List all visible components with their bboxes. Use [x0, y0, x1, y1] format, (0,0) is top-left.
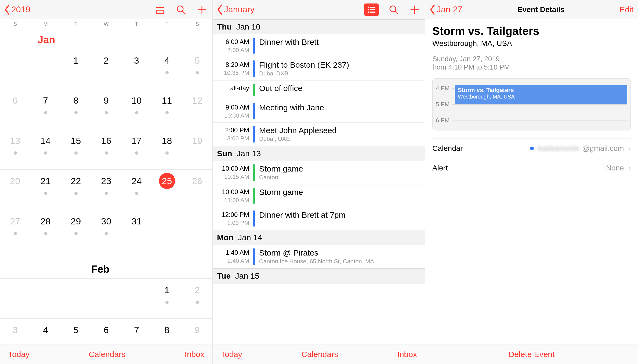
- day-number: 7: [129, 322, 145, 338]
- delete-event-button[interactable]: Delete Event: [509, 350, 555, 359]
- event-row[interactable]: 10:00 AM10:15 AMStorm gameCanton: [213, 161, 425, 184]
- inbox-button[interactable]: Inbox: [185, 350, 204, 359]
- day-cell[interactable]: 6: [0, 89, 30, 129]
- day-cell[interactable]: 18: [152, 129, 182, 169]
- day-cell[interactable]: 16: [91, 129, 121, 169]
- event-subtitle: Canton: [259, 174, 421, 181]
- weekday-header: SMTWTFS: [0, 19, 212, 29]
- day-cell[interactable]: 7: [30, 89, 61, 129]
- search-icon[interactable]: [387, 3, 400, 16]
- back-to-month-button[interactable]: January: [217, 5, 255, 15]
- chevron-right-icon: ›: [628, 144, 631, 153]
- add-event-icon[interactable]: [196, 3, 208, 16]
- day-section-header: Thu Jan 10: [213, 19, 425, 34]
- day-cell[interactable]: 8: [152, 319, 182, 344]
- add-event-icon[interactable]: [408, 3, 421, 16]
- chevron-left-icon: [430, 5, 436, 15]
- event-row[interactable]: 8:20 AM10:35 PMFlight to Boston (EK 237)…: [213, 57, 425, 81]
- day-cell[interactable]: 25: [152, 170, 182, 210]
- svg-point-12: [390, 6, 396, 12]
- day-cell[interactable]: 13: [0, 129, 30, 169]
- event-row[interactable]: 2:00 PM3:00 PMMeet John AppleseedDubai, …: [213, 123, 425, 146]
- today-button[interactable]: Today: [221, 350, 242, 359]
- back-to-year-button[interactable]: 2019: [4, 5, 30, 15]
- calendars-button[interactable]: Calendars: [89, 350, 125, 359]
- day-cell[interactable]: 29: [61, 210, 91, 250]
- day-cell[interactable]: 19: [182, 129, 212, 169]
- day-cell[interactable]: 14: [30, 129, 61, 169]
- day-cell[interactable]: 9: [91, 89, 121, 129]
- day-cell[interactable]: 5: [61, 319, 91, 344]
- day-cell[interactable]: 26: [182, 170, 212, 210]
- chevron-left-icon: [4, 5, 10, 15]
- day-cell[interactable]: 1: [61, 49, 91, 89]
- day-cell[interactable]: 17: [121, 129, 152, 169]
- day-cell[interactable]: 30: [91, 210, 121, 250]
- event-row[interactable]: 1:40 AM2:40 AMStorm @ PiratesCanton Ice …: [213, 245, 425, 268]
- event-row[interactable]: 12:00 PM1:00 PMDinner with Brett at 7pm: [213, 207, 425, 230]
- month-nav: 2019: [0, 0, 212, 19]
- weekday-label: S: [182, 21, 212, 27]
- day-cell[interactable]: 2: [182, 279, 212, 318]
- event-row[interactable]: 9:00 AM10:00 AMMeeting with Jane: [213, 100, 425, 123]
- day-cell[interactable]: 21: [30, 170, 61, 210]
- svg-rect-1: [156, 10, 164, 13]
- day-cell[interactable]: 6: [91, 319, 121, 344]
- day-cell[interactable]: 5: [182, 49, 212, 89]
- day-cell[interactable]: 24: [121, 170, 152, 210]
- day-cell[interactable]: 3: [121, 49, 152, 89]
- day-cell[interactable]: 12: [182, 89, 212, 129]
- day-cell[interactable]: 4: [152, 49, 182, 89]
- day-cell[interactable]: 2: [91, 49, 121, 89]
- event-list[interactable]: Thu Jan 106:00 AM7:00 AMDinner with Bret…: [213, 19, 425, 344]
- day-number: 5: [68, 322, 84, 338]
- list-toggle-active-icon[interactable]: [364, 3, 379, 16]
- alert-row[interactable]: Alert None›: [432, 158, 631, 178]
- event-location: Westborough, MA, USA: [432, 39, 631, 48]
- month-label-feb: Feb: [0, 250, 212, 278]
- day-number: 11: [159, 92, 175, 108]
- day-cell: [30, 279, 61, 318]
- event-detail-panel: Jan 27 Event Details Edit Storm vs. Tail…: [425, 0, 638, 364]
- day-cell[interactable]: 15: [61, 129, 91, 169]
- day-cell[interactable]: 8: [61, 89, 91, 129]
- svg-line-3: [183, 11, 185, 14]
- day-cell: [121, 279, 152, 318]
- weekday-label: M: [30, 21, 61, 27]
- day-cell[interactable]: 3: [0, 319, 30, 344]
- timeline-event-title: Storm vs. Tailgaters: [458, 87, 625, 94]
- day-cell[interactable]: 28: [30, 210, 61, 250]
- day-cell[interactable]: 9: [182, 319, 212, 344]
- event-row[interactable]: all-dayOut of office: [213, 81, 425, 100]
- chevron-right-icon: ›: [628, 164, 631, 172]
- day-cell[interactable]: 27: [0, 210, 30, 250]
- event-row[interactable]: 6:00 AM7:00 AMDinner with Brett: [213, 34, 425, 57]
- day-cell[interactable]: 4: [30, 319, 61, 344]
- event-time: from 4:10 PM to 5:10 PM: [432, 63, 631, 71]
- timeline-hour: 6 PM: [436, 117, 452, 124]
- month-scroll[interactable]: Jan 123456789101112131415161718192021222…: [0, 29, 212, 344]
- event-row[interactable]: 10:00 AM11:00 AMStorm game: [213, 184, 425, 207]
- calendar-row[interactable]: Calendar kabbamonte@gmail.com›: [432, 139, 631, 158]
- search-icon[interactable]: [175, 3, 187, 16]
- calendars-button[interactable]: Calendars: [301, 350, 338, 359]
- event-title: Dinner with Brett at 7pm: [259, 210, 421, 220]
- day-cell[interactable]: 1: [152, 279, 182, 318]
- day-cell[interactable]: 23: [91, 170, 121, 210]
- day-cell[interactable]: 31: [121, 210, 152, 250]
- day-cell[interactable]: 10: [121, 89, 152, 129]
- weekday-label: S: [0, 21, 30, 27]
- edit-button[interactable]: Edit: [619, 5, 633, 14]
- list-toggle-icon[interactable]: [154, 3, 166, 16]
- event-dot-icon: [44, 232, 47, 235]
- day-cell[interactable]: 20: [0, 170, 30, 210]
- event-dot-icon: [44, 151, 47, 155]
- day-cell[interactable]: 22: [61, 170, 91, 210]
- back-to-day-button[interactable]: Jan 27: [430, 5, 462, 15]
- today-button[interactable]: Today: [8, 350, 30, 359]
- day-cell[interactable]: 7: [121, 319, 152, 344]
- calendar-color-bar: [253, 188, 255, 204]
- day-cell[interactable]: 11: [152, 89, 182, 129]
- inbox-button[interactable]: Inbox: [397, 350, 417, 359]
- event-time: 6:00 AM7:00 AM: [213, 38, 253, 54]
